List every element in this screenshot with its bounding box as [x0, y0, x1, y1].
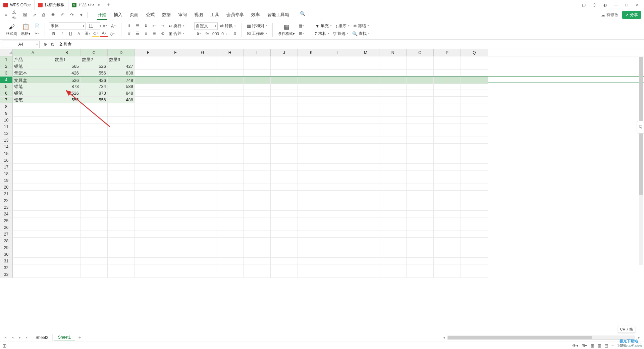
cell[interactable] — [244, 204, 271, 211]
cell[interactable] — [216, 224, 244, 231]
close-button[interactable]: ✕ — [634, 2, 641, 8]
cell[interactable] — [189, 258, 216, 264]
cell[interactable] — [298, 130, 325, 137]
cell[interactable] — [352, 170, 379, 177]
cell[interactable] — [162, 244, 189, 251]
tab-templates[interactable]: 找稻壳模板 — [35, 0, 68, 10]
cell[interactable] — [352, 63, 379, 70]
cell[interactable]: 铅笔 — [13, 90, 53, 97]
cell[interactable] — [271, 137, 298, 144]
cell[interactable] — [244, 244, 271, 251]
cell[interactable] — [216, 70, 244, 77]
cell[interactable] — [298, 251, 325, 258]
cell[interactable] — [325, 211, 352, 217]
cell[interactable] — [325, 77, 352, 84]
cell[interactable] — [135, 191, 162, 197]
format-painter-button[interactable]: 🖌格式刷 — [5, 22, 18, 37]
cell[interactable] — [325, 83, 352, 90]
cell[interactable] — [189, 150, 216, 157]
cell[interactable] — [216, 204, 244, 211]
cell[interactable] — [244, 197, 271, 204]
sheet-nav-first-icon[interactable]: |◂ — [2, 336, 8, 339]
cell[interactable] — [216, 103, 244, 110]
cell[interactable] — [53, 110, 80, 117]
cell[interactable]: 526 — [53, 77, 80, 84]
cell[interactable] — [216, 157, 244, 164]
cell[interactable] — [53, 164, 80, 170]
column-header[interactable]: M — [352, 49, 379, 56]
row-header[interactable]: 31 — [0, 258, 13, 264]
increase-font-icon[interactable]: A⁺ — [101, 23, 109, 30]
cell[interactable] — [135, 164, 162, 170]
cell[interactable] — [53, 184, 80, 191]
worksheet-button[interactable]: ☒工作表 — [246, 30, 268, 37]
increase-decimal-icon[interactable]: .0→ — [220, 31, 228, 37]
cell[interactable] — [271, 130, 298, 137]
expand-icon[interactable]: ⊕ — [42, 42, 49, 47]
menu-icon[interactable]: ≡ — [3, 12, 9, 18]
cell[interactable] — [407, 137, 434, 144]
cell[interactable] — [189, 137, 216, 144]
column-header[interactable]: I — [244, 49, 271, 56]
cell[interactable] — [298, 90, 325, 97]
cell[interactable] — [53, 103, 80, 110]
cell[interactable] — [434, 90, 461, 97]
cell[interactable] — [298, 144, 325, 150]
cell[interactable] — [298, 70, 325, 77]
cell[interactable] — [189, 103, 216, 110]
cell[interactable] — [298, 197, 325, 204]
cell[interactable] — [461, 217, 488, 224]
cell[interactable] — [325, 97, 352, 103]
cell[interactable] — [135, 170, 162, 177]
cell[interactable]: 526 — [53, 90, 80, 97]
cell[interactable] — [298, 77, 325, 84]
cell[interactable] — [407, 258, 434, 264]
cell[interactable] — [461, 238, 488, 244]
cell[interactable] — [216, 110, 244, 117]
cell[interactable]: 556 — [80, 70, 108, 77]
cell[interactable] — [80, 231, 108, 238]
comma-icon[interactable]: 000 — [212, 31, 219, 37]
cell[interactable] — [244, 63, 271, 70]
cell[interactable] — [108, 123, 135, 130]
cell[interactable] — [80, 137, 108, 144]
cell[interactable] — [244, 184, 271, 191]
cell[interactable] — [162, 110, 189, 117]
cell[interactable] — [108, 211, 135, 217]
sort-button[interactable]: ↕排序 — [334, 22, 351, 30]
cell[interactable] — [271, 204, 298, 211]
file-menu[interactable]: 文件 — [12, 12, 19, 18]
cell[interactable] — [135, 117, 162, 123]
cell[interactable] — [162, 191, 189, 197]
cell[interactable] — [298, 238, 325, 244]
cell[interactable] — [108, 150, 135, 157]
cell[interactable] — [407, 224, 434, 231]
align-left-icon[interactable]: ≡ — [125, 30, 133, 37]
cond-format-button[interactable]: ▦条件格式▾ — [277, 22, 296, 37]
sheet-nav-last-icon[interactable]: ▸| — [24, 336, 30, 339]
cell[interactable] — [461, 271, 488, 278]
cell[interactable] — [407, 264, 434, 271]
cell[interactable] — [379, 110, 407, 117]
save-icon[interactable]: 🖫 — [21, 12, 28, 18]
cell[interactable] — [434, 204, 461, 211]
cell[interactable] — [325, 217, 352, 224]
zoom-out-icon[interactable]: − — [611, 343, 614, 348]
cell[interactable] — [434, 103, 461, 110]
cell[interactable] — [53, 244, 80, 251]
cell[interactable] — [216, 244, 244, 251]
cell[interactable] — [434, 197, 461, 204]
cell[interactable] — [80, 211, 108, 217]
cell[interactable] — [298, 63, 325, 70]
cell[interactable] — [352, 264, 379, 271]
cloud-status[interactable]: ☁ 有修改 — [601, 12, 619, 18]
row-header[interactable]: 1 — [0, 56, 13, 63]
cell[interactable] — [461, 63, 488, 70]
cell[interactable] — [271, 238, 298, 244]
row-header[interactable]: 22 — [0, 197, 13, 204]
cell[interactable] — [271, 77, 298, 84]
row-header[interactable]: 19 — [0, 177, 13, 184]
convert-button[interactable]: ⇄转换 — [219, 22, 237, 30]
cell-grid[interactable]: 产品数量1数量2数量3铅笔565526427笔记本426556838文具盒526… — [13, 56, 644, 333]
cell[interactable] — [162, 204, 189, 211]
